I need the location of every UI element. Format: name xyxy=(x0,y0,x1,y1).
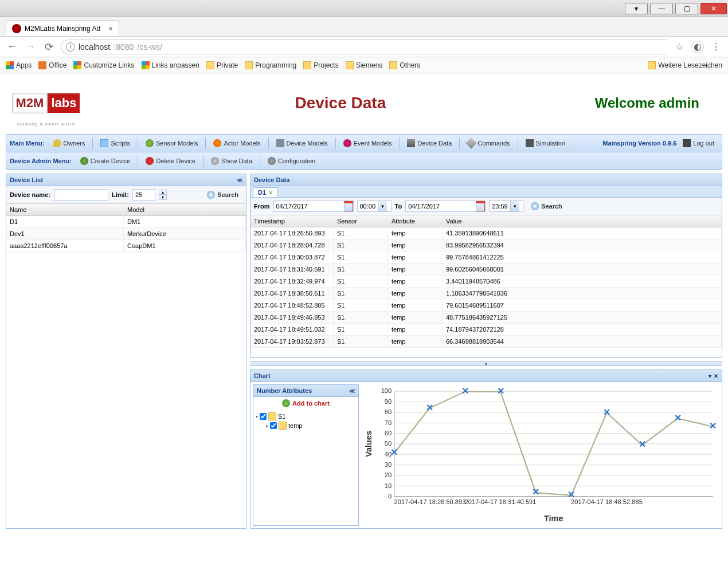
tree-node-s1[interactable]: ▾S1 xyxy=(256,412,356,421)
chart-title: Chart xyxy=(254,372,271,379)
create-icon xyxy=(80,157,88,165)
menu-sensor-models[interactable]: Sensor Models xyxy=(142,137,202,150)
calendar-icon[interactable] xyxy=(344,201,353,211)
simulation-icon xyxy=(526,139,534,147)
menu-device-models[interactable]: Device Models xyxy=(272,137,332,150)
forward-button[interactable]: → xyxy=(24,41,37,53)
bookmark-siemens[interactable]: Siemens xyxy=(346,61,383,69)
col-value[interactable]: Value xyxy=(443,215,722,227)
table-row[interactable]: 2017-04-17 18:49:51.032S1temp74.18794372… xyxy=(251,324,722,336)
col-attribute[interactable]: Attribute xyxy=(388,215,443,227)
admin-menu-label: Device Admin Menu: xyxy=(10,158,72,164)
window-thumb-button[interactable]: ▾ xyxy=(625,3,648,14)
table-row[interactable]: 2017-04-17 18:38:50.611S1temp1.106334779… xyxy=(251,288,722,300)
menu-owners[interactable]: Owners xyxy=(49,137,89,150)
table-row[interactable]: 2017-04-17 18:49:46.853S1temp48.77518643… xyxy=(251,312,722,324)
table-row[interactable]: 2017-04-17 18:48:52.885S1temp79.60154689… xyxy=(251,300,722,312)
table-row[interactable]: D1DM1 xyxy=(6,216,246,228)
menu-event-models[interactable]: Event Models xyxy=(339,137,396,150)
browser-menu-icon[interactable]: ⋮ xyxy=(710,41,722,53)
browser-tab-bar: M2MLabs Mainspring Ad × xyxy=(0,17,728,37)
chart-collapse-icon[interactable]: ▾ xyxy=(709,373,711,379)
tree-node-temp[interactable]: ▸temp xyxy=(256,421,356,430)
logout-button[interactable]: Log out xyxy=(679,137,718,150)
folder-icon xyxy=(279,422,287,430)
chart-panel: Chart ▾ ✕ Number Attributes ≪ Add to cha… xyxy=(250,369,722,529)
table-row[interactable]: Dev1MerkurDevice xyxy=(6,228,246,240)
limit-label: Limit: xyxy=(112,191,129,198)
limit-spinner[interactable]: ▲▼ xyxy=(159,190,167,200)
address-bar[interactable]: i localhost:8080/cs-ws/ xyxy=(61,40,667,54)
profile-icon[interactable]: ◐ xyxy=(691,41,704,53)
col-model[interactable]: Model xyxy=(124,204,246,215)
folder-icon xyxy=(268,412,276,420)
to-date-input[interactable]: 04/17/2017 xyxy=(405,200,486,212)
table-row[interactable]: 2017-04-17 18:28:04.728S1temp83.99582956… xyxy=(251,239,722,251)
svg-text:60: 60 xyxy=(385,430,392,436)
tab-close-icon[interactable]: × xyxy=(108,24,113,33)
table-row[interactable]: 2017-04-17 18:32:49.974S1temp3.440119485… xyxy=(251,276,722,288)
table-row[interactable]: 2017-04-17 19:03:52.873S1temp66.34698818… xyxy=(251,336,722,348)
back-button[interactable]: ← xyxy=(6,41,18,53)
site-info-icon[interactable]: i xyxy=(66,42,75,52)
add-to-chart-button[interactable]: Add to chart xyxy=(253,397,358,410)
menu-commands[interactable]: Commands xyxy=(463,137,514,150)
bookmark-star-icon[interactable]: ☆ xyxy=(673,41,686,53)
bookmark-links-anpassen[interactable]: Links anpassen xyxy=(142,61,199,69)
device-search-button[interactable]: Search xyxy=(203,188,242,201)
show-data-button[interactable]: Show Data xyxy=(207,155,256,167)
col-timestamp[interactable]: Timestamp xyxy=(251,215,334,227)
table-row[interactable]: 2017-04-17 18:30:03.872S1temp99.75784861… xyxy=(251,251,722,263)
bookmark-others[interactable]: Others xyxy=(389,61,420,69)
chevron-down-icon[interactable]: ▼ xyxy=(510,201,519,211)
chart-close-icon[interactable]: ✕ xyxy=(714,373,718,379)
to-time-input[interactable]: 23:59▼ xyxy=(489,200,523,212)
bookmark-apps[interactable]: Apps xyxy=(6,61,32,69)
checkbox-temp[interactable] xyxy=(270,422,277,429)
col-sensor[interactable]: Sensor xyxy=(334,215,388,227)
menu-scripts[interactable]: Scripts xyxy=(96,137,134,150)
favicon-icon xyxy=(12,24,21,33)
svg-text:2017-04-17 18:48:52.885: 2017-04-17 18:48:52.885 xyxy=(571,498,643,505)
svg-text:0: 0 xyxy=(388,493,392,500)
checkbox-s1[interactable] xyxy=(260,413,267,420)
table-row[interactable]: 2017-04-17 18:31:40.591S1temp99.60256045… xyxy=(251,263,722,276)
svg-text:50: 50 xyxy=(385,440,392,447)
reload-button[interactable]: ⟳ xyxy=(42,41,55,53)
device-name-input[interactable] xyxy=(54,189,108,200)
menu-device-data[interactable]: Device Data xyxy=(403,137,456,150)
tab-title: M2MLabs Mainspring Ad xyxy=(25,25,100,33)
bookmark-office[interactable]: Office xyxy=(38,61,66,69)
menu-simulation[interactable]: Simulation xyxy=(522,137,569,150)
browser-tab[interactable]: M2MLabs Mainspring Ad × xyxy=(6,20,119,36)
calendar-icon[interactable] xyxy=(476,201,485,211)
attr-collapse-icon[interactable]: ≪ xyxy=(349,388,355,394)
configuration-button[interactable]: Configuration xyxy=(264,155,319,167)
bookmark-programming[interactable]: Programming xyxy=(245,61,296,69)
window-maximize-button[interactable]: ▢ xyxy=(675,3,698,14)
svg-text:✕: ✕ xyxy=(497,386,504,396)
menu-actor-models[interactable]: Actor Models xyxy=(209,137,264,150)
create-device-button[interactable]: Create Device xyxy=(76,155,135,167)
chevron-down-icon[interactable]: ▼ xyxy=(378,201,387,211)
window-close-button[interactable]: ✕ xyxy=(700,3,727,14)
table-row[interactable]: aaaa2212efff00657aCoapDM1 xyxy=(6,240,246,252)
table-row[interactable]: 2017-04-17 18:26:50.893S1temp41.35913890… xyxy=(251,227,722,239)
bookmark-projects[interactable]: Projects xyxy=(303,61,338,69)
col-name[interactable]: Name xyxy=(6,204,124,215)
limit-input[interactable] xyxy=(132,189,155,200)
collapse-left-icon[interactable]: ≪ xyxy=(237,177,242,183)
split-handle[interactable]: ▾ xyxy=(250,361,722,366)
data-search-button[interactable]: Search xyxy=(527,200,566,213)
tab-close-icon[interactable]: ✕ xyxy=(268,190,273,196)
svg-text:✕: ✕ xyxy=(603,407,610,417)
tab-d1[interactable]: D1✕ xyxy=(253,187,278,197)
delete-device-button[interactable]: Delete Device xyxy=(142,155,199,167)
bookmark-private[interactable]: Private xyxy=(206,61,238,69)
svg-text:20: 20 xyxy=(385,472,392,479)
window-minimize-button[interactable]: — xyxy=(650,3,673,14)
bookmark-more[interactable]: Weitere Lesezeichen xyxy=(648,61,722,69)
from-date-input[interactable]: 04/17/2017 xyxy=(273,200,354,212)
bookmark-customize-links[interactable]: Customize Links xyxy=(73,61,134,69)
from-time-input[interactable]: 00:00▼ xyxy=(357,200,392,212)
